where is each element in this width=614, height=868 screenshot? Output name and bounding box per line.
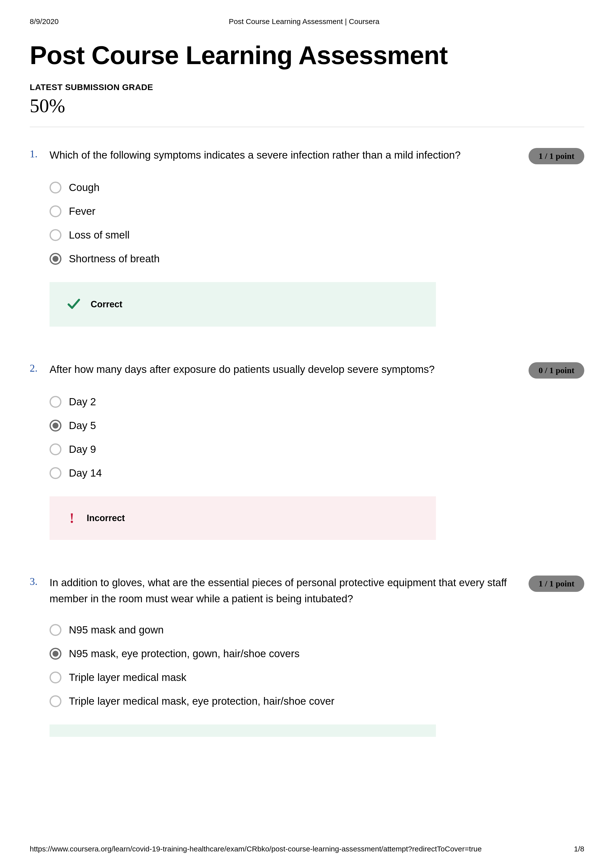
- footer-url: https://www.coursera.org/learn/covid-19-…: [30, 845, 482, 853]
- option-label: Triple layer medical mask, eye protectio…: [69, 695, 334, 707]
- option-label: Cough: [69, 181, 99, 194]
- radio-icon[interactable]: [50, 671, 61, 684]
- print-header: 8/9/2020 Post Course Learning Assessment…: [30, 17, 584, 26]
- option-label: Fever: [69, 205, 95, 217]
- option[interactable]: N95 mask and gown: [50, 624, 584, 636]
- question: 2.After how many days after exposure do …: [30, 361, 584, 540]
- option-list: Day 2Day 5Day 9Day 14: [50, 396, 584, 479]
- page-title: Post Course Learning Assessment: [30, 40, 584, 70]
- feedback-label: Correct: [91, 299, 122, 310]
- option[interactable]: Triple layer medical mask, eye protectio…: [50, 695, 584, 707]
- radio-icon[interactable]: [50, 253, 61, 265]
- option[interactable]: Day 2: [50, 396, 584, 408]
- option-label: N95 mask and gown: [69, 624, 164, 636]
- option-label: Day 2: [69, 396, 96, 408]
- question-number: 3.: [30, 575, 50, 737]
- radio-icon[interactable]: [50, 420, 61, 431]
- feedback-banner: Correct: [50, 282, 436, 327]
- radio-icon[interactable]: [50, 181, 61, 194]
- option[interactable]: Loss of smell: [50, 229, 584, 241]
- option[interactable]: N95 mask, eye protection, gown, hair/sho…: [50, 648, 584, 660]
- points-badge: 1 / 1 point: [529, 148, 584, 164]
- option[interactable]: Cough: [50, 181, 584, 194]
- option[interactable]: Day 9: [50, 443, 584, 455]
- radio-icon[interactable]: [50, 205, 61, 217]
- print-date: 8/9/2020: [30, 17, 59, 26]
- option-label: Shortness of breath: [69, 253, 160, 265]
- feedback-banner: [50, 724, 436, 737]
- question-number: 2.: [30, 361, 50, 540]
- option-label: Day 5: [69, 420, 96, 431]
- option[interactable]: Triple layer medical mask: [50, 671, 584, 684]
- option-label: Day 9: [69, 443, 96, 455]
- grade-label: LATEST SUBMISSION GRADE: [30, 82, 584, 92]
- points-badge: 0 / 1 point: [529, 362, 584, 378]
- option[interactable]: Shortness of breath: [50, 253, 584, 265]
- radio-icon[interactable]: [50, 624, 61, 636]
- question-number: 1.: [30, 147, 50, 327]
- radio-icon[interactable]: [50, 467, 61, 479]
- print-footer: https://www.coursera.org/learn/covid-19-…: [30, 845, 584, 853]
- radio-icon[interactable]: [50, 396, 61, 408]
- radio-icon[interactable]: [50, 229, 61, 241]
- feedback-banner: !Incorrect: [50, 496, 436, 540]
- question-prompt: After how many days after exposure do pa…: [50, 361, 519, 377]
- option-list: CoughFeverLoss of smellShortness of brea…: [50, 181, 584, 265]
- option[interactable]: Day 14: [50, 467, 584, 479]
- option-label: Day 14: [69, 467, 102, 479]
- feedback-label: Incorrect: [87, 513, 125, 523]
- radio-icon[interactable]: [50, 443, 61, 455]
- check-icon: [67, 297, 81, 312]
- option-label: Triple layer medical mask: [69, 671, 187, 684]
- question: 1.Which of the following symptoms indica…: [30, 147, 584, 327]
- points-badge: 1 / 1 point: [529, 575, 584, 592]
- print-title: Post Course Learning Assessment | Course…: [59, 17, 550, 26]
- option[interactable]: Fever: [50, 205, 584, 217]
- page-indicator: 1/8: [574, 845, 584, 853]
- radio-icon[interactable]: [50, 695, 61, 707]
- grade-value: 50%: [30, 95, 584, 117]
- option-label: Loss of smell: [69, 229, 129, 241]
- question-prompt: In addition to gloves, what are the esse…: [50, 575, 519, 607]
- divider: [30, 127, 584, 127]
- question-prompt: Which of the following symptoms indicate…: [50, 147, 519, 163]
- question: 3.In addition to gloves, what are the es…: [30, 575, 584, 737]
- exclamation-icon: !: [67, 511, 77, 525]
- radio-icon[interactable]: [50, 648, 61, 660]
- option-label: N95 mask, eye protection, gown, hair/sho…: [69, 648, 300, 660]
- option[interactable]: Day 5: [50, 420, 584, 431]
- option-list: N95 mask and gownN95 mask, eye protectio…: [50, 624, 584, 707]
